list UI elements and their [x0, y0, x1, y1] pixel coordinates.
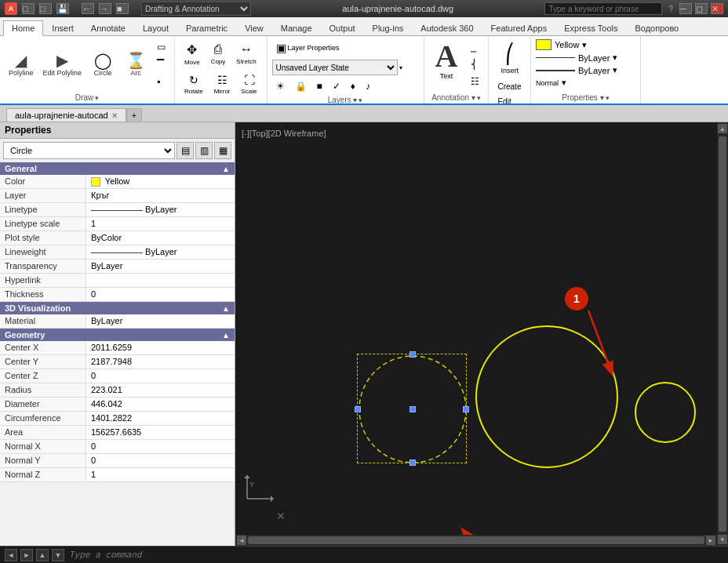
circle-small-right[interactable]	[634, 381, 697, 444]
open-button[interactable]: □	[39, 3, 52, 14]
app-icon[interactable]: A	[5, 2, 17, 15]
edit-polyline-button[interactable]: ▶ Edit Polyline	[39, 39, 86, 89]
layer-freeze-button[interactable]: ☀	[272, 78, 289, 94]
scrollbar-horizontal[interactable]: ◄ ►	[235, 535, 717, 546]
copy-button[interactable]: ⎙ Copy	[206, 39, 231, 69]
handle-bottom[interactable]	[410, 459, 416, 466]
cmd-scroll-down[interactable]: ▼	[52, 549, 64, 561]
draw-group-label[interactable]: Draw	[75, 92, 99, 104]
3d-viz-section-header[interactable]: 3D Visualization ▲	[0, 302, 235, 314]
document-tab-close[interactable]: ✕	[111, 111, 118, 120]
leader-button[interactable]: ⎨	[467, 56, 483, 72]
new-tab-button[interactable]: +	[126, 108, 142, 122]
circle-small-selected[interactable]	[357, 354, 467, 463]
cmd-scroll-up[interactable]: ▲	[36, 549, 49, 561]
hatch-button[interactable]: ▔	[153, 56, 169, 72]
properties-icon-btn-2[interactable]: ▥	[195, 142, 213, 159]
maximize-button[interactable]: ◻	[695, 3, 708, 14]
create-block-button[interactable]: Create	[493, 80, 526, 93]
make-current-button[interactable]: ✓	[329, 78, 344, 94]
handle-center[interactable]	[410, 406, 416, 412]
layer-state-dropdown[interactable]: Unsaved Layer State	[272, 60, 398, 75]
stretch-button[interactable]: ↔ Stretch	[231, 39, 260, 69]
handle-left[interactable]	[355, 406, 361, 412]
layer-isolate-button[interactable]: ♦	[347, 78, 359, 94]
viewport-close-icon[interactable]: ✕	[276, 510, 286, 522]
table-button[interactable]: ☷	[467, 74, 483, 89]
layer-color-button[interactable]: ■	[313, 78, 326, 94]
cmd-next-button[interactable]: ►	[20, 549, 33, 561]
trim-button[interactable]: ✁ Trim	[180, 100, 202, 105]
properties-icon-btn-3[interactable]: ▦	[214, 142, 231, 159]
insert-button[interactable]: ⎛ Insert	[493, 39, 526, 78]
scroll-left-button[interactable]: ◄	[237, 536, 246, 545]
layer-properties-button[interactable]: ▣ Layer Properties	[272, 39, 344, 56]
arc-button[interactable]: ⌛ Arc	[120, 39, 151, 89]
geometry-collapse-btn[interactable]: ▲	[222, 331, 230, 340]
matchprop-button[interactable]: ■	[116, 3, 129, 14]
tab-extra[interactable]: Водопрово	[626, 20, 687, 35]
tab-insert[interactable]: Insert	[43, 20, 82, 35]
save-button[interactable]: 💾	[56, 3, 69, 14]
layer-lock-button[interactable]: 🔒	[291, 78, 311, 94]
3d-viz-collapse-btn[interactable]: ▲	[222, 304, 230, 313]
region-button[interactable]: ▪	[153, 74, 169, 89]
scrollbar-vertical[interactable]: ▲ ▼	[717, 122, 728, 546]
search-input[interactable]	[544, 2, 662, 15]
general-collapse-btn[interactable]: ▲	[222, 165, 230, 173]
scroll-right-button[interactable]: ►	[706, 536, 715, 545]
handle-right[interactable]	[463, 406, 469, 412]
color-dropdown-arrow[interactable]: ▾	[582, 40, 587, 50]
tab-featured-apps[interactable]: Featured Apps	[482, 20, 556, 35]
mirror-button[interactable]: ☷ Mirror	[209, 71, 235, 98]
document-tab-active[interactable]: aula-uprajnenie-autocad ✕	[6, 108, 126, 122]
cmd-prev-button[interactable]: ◄	[5, 549, 17, 561]
text-button[interactable]: A Text	[429, 39, 464, 82]
layer-dropdown-arrow[interactable]: ▾	[399, 64, 402, 71]
scroll-thumb-h[interactable]	[248, 536, 704, 544]
viewport[interactable]: [-][Top][2D Wireframe]	[235, 122, 728, 546]
tab-autodesk360[interactable]: Autodesk 360	[412, 20, 482, 35]
workspace-dropdown[interactable]: Drafting & Annotation	[141, 2, 251, 16]
annotation-group-label[interactable]: Annotation ▾	[431, 92, 481, 104]
undo-button[interactable]: ←	[82, 3, 94, 14]
redo-button[interactable]: →	[99, 3, 111, 14]
polyline-button[interactable]: ◢ Polyline	[5, 39, 38, 89]
edit-block-button[interactable]: Edit	[493, 95, 526, 105]
tab-plugins[interactable]: Plug-ins	[364, 20, 413, 35]
geometry-section-header[interactable]: Geometry ▲	[0, 329, 235, 341]
tab-manage[interactable]: Manage	[272, 20, 321, 35]
command-input[interactable]	[69, 550, 723, 560]
scale-button[interactable]: ⛶ Scale	[237, 71, 262, 98]
normal-dropdown-arrow[interactable]: ▾	[562, 78, 566, 88]
tab-home[interactable]: Home	[3, 20, 43, 36]
dimension-button[interactable]: ⎯	[467, 39, 483, 55]
circle-button[interactable]: ◯ Circle	[87, 39, 118, 89]
linetype-dropdown-arrow[interactable]: ▾	[613, 53, 617, 63]
tab-express-tools[interactable]: Express Tools	[555, 20, 626, 35]
tab-annotate[interactable]: Annotate	[82, 20, 134, 35]
tab-view[interactable]: View	[236, 20, 272, 35]
move-button[interactable]: ✥ Move	[180, 39, 205, 69]
scroll-up-button[interactable]: ▲	[718, 124, 727, 133]
close-button[interactable]: ✕	[711, 3, 723, 14]
erase-button[interactable]: ☓ Erase	[203, 100, 229, 105]
tab-parametric[interactable]: Parametric	[177, 20, 236, 35]
scroll-thumb-v[interactable]	[719, 136, 726, 532]
properties-scroll[interactable]: General ▲ Color Yellow Layer Кръг Linety…	[0, 162, 235, 546]
rectangle-button[interactable]: ▭	[153, 39, 169, 55]
object-type-dropdown[interactable]: Circle	[3, 142, 175, 159]
layer-match-button[interactable]: ♪	[362, 78, 374, 94]
minimize-button[interactable]: ─	[679, 3, 692, 14]
properties-icon-btn-1[interactable]: ▤	[177, 142, 194, 159]
tab-output[interactable]: Output	[321, 20, 364, 35]
general-section-header[interactable]: General ▲	[0, 162, 235, 175]
lineweight-dropdown-arrow[interactable]: ▾	[613, 65, 617, 75]
scroll-down-button[interactable]: ▼	[718, 535, 727, 544]
tab-layout[interactable]: Layout	[134, 20, 177, 35]
layers-group-label[interactable]: Layers ▾	[328, 94, 363, 105]
new-button[interactable]: □	[22, 3, 35, 14]
properties-group-label[interactable]: Properties ▾	[562, 92, 609, 104]
handle-top[interactable]	[410, 351, 416, 358]
rotate-button[interactable]: ↻ Rotate	[180, 71, 208, 98]
